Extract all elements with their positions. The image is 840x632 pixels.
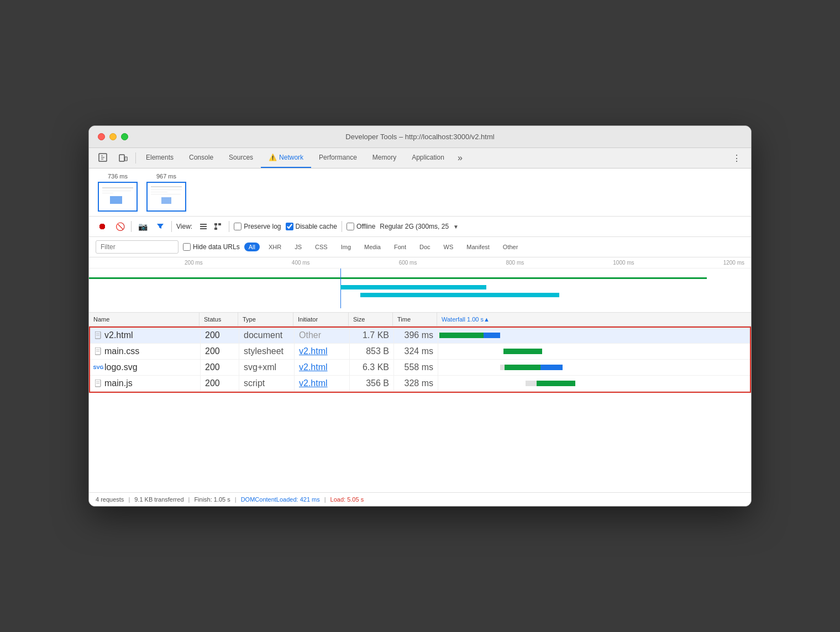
table-row[interactable]: main.css 200 stylesheet v2.html 853 B 32… [90,344,750,360]
timeline-tracks [89,268,751,308]
td-name-0: v2.html [90,328,201,343]
file-icon-svg: SVG [95,364,102,371]
wf-blue-2 [540,365,563,370]
filter-font-button[interactable]: Font [390,243,411,251]
th-size[interactable]: Size [349,313,393,326]
filmstrip-thumb-1[interactable] [146,182,186,212]
filter-button[interactable] [154,220,167,233]
timeline-label-6: 1200 ms [723,260,744,266]
preserve-log-checkbox[interactable] [234,223,242,230]
timeline-label-3: 600 ms [399,260,417,266]
timeline-green-bar [89,277,707,279]
td-initiator-1: v2.html [295,344,350,359]
maximize-button[interactable] [121,133,128,140]
filter-xhr-button[interactable]: XHR [264,243,286,251]
td-waterfall-3 [438,376,750,391]
warning-icon: ⚠️ [269,154,277,161]
tree-view-button[interactable] [211,220,224,233]
filter-doc-button[interactable]: Doc [415,243,435,251]
filmstrip-item-1[interactable]: 967 ms [146,173,186,212]
offline-checkbox[interactable] [347,223,354,230]
td-waterfall-2 [438,360,750,375]
initiator-link-1[interactable]: v2.html [299,346,328,356]
disable-cache-checkbox[interactable] [286,223,293,230]
initiator-link-2[interactable]: v2.html [299,362,328,372]
svg-rect-2 [125,157,127,161]
more-tabs-button[interactable]: » [452,149,468,167]
devtools-menu-button[interactable]: ⋮ [727,149,747,168]
th-status[interactable]: Status [200,313,238,326]
tab-application[interactable]: Application [404,148,452,168]
offline-label: Offline [356,223,375,230]
throttle-selector[interactable]: Regular 2G (300ms, 25 [380,223,449,230]
filter-img-button[interactable]: Img [337,243,355,251]
filter-input[interactable] [96,240,179,254]
preserve-log-label: Preserve log [244,223,281,230]
filmstrip-thumb-0[interactable] [98,182,138,212]
filter-media-button[interactable]: Media [360,243,385,251]
td-time-2: 558 ms [394,360,438,375]
table-row[interactable]: v2.html 200 document Other 1.7 KB 396 ms [90,328,750,344]
tab-performance[interactable]: Performance [311,148,365,168]
transferred-size: 9.1 KB transferred [134,496,183,503]
svg-rect-7 [218,223,221,225]
list-view-button[interactable] [197,220,210,233]
th-waterfall[interactable]: Waterfall 1.00 s▲ [437,313,751,326]
th-type[interactable]: Type [238,313,293,326]
hide-data-urls-group: Hide data URLs [183,243,240,251]
td-type-2: svg+xml [239,360,295,375]
clear-button[interactable]: 🚫 [113,220,127,233]
empty-area [89,393,751,492]
table-row[interactable]: main.js 200 script v2.html 356 B 328 ms [90,376,750,392]
wf-gray-3 [526,381,537,386]
filter-other-button[interactable]: Other [498,243,523,251]
th-time[interactable]: Time [393,313,437,326]
initiator-link-3[interactable]: v2.html [299,378,328,388]
file-icon-js [95,380,102,387]
minimize-button[interactable] [109,133,117,140]
window-title: Developer Tools – http://localhost:3000/… [345,133,494,141]
throttle-dropdown-arrow[interactable]: ▼ [453,224,459,230]
td-time-3: 328 ms [394,376,438,391]
timeline-ruler: 200 ms 400 ms 600 ms 800 ms 1000 ms 1200… [89,257,751,268]
tab-console[interactable]: Console [181,148,221,168]
load-time: Load: 5.05 s [330,496,364,503]
timeline-teal-bar-2 [360,293,559,297]
filter-bar: Hide data URLs All XHR JS CSS Img Media … [89,237,751,257]
hide-data-urls-checkbox[interactable] [183,243,191,251]
filter-js-button[interactable]: JS [290,243,306,251]
td-status-3: 200 [201,376,239,391]
th-name[interactable]: Name [89,313,200,326]
inspect-element-icon[interactable] [93,148,113,168]
filmstrip-area: 736 ms 967 ms [89,168,751,217]
filter-css-button[interactable]: CSS [311,243,332,251]
tab-elements[interactable]: Elements [138,148,181,168]
td-status-2: 200 [201,360,239,375]
camera-button[interactable]: 📷 [136,220,149,233]
svg-rect-6 [214,223,217,225]
filmstrip-item-0[interactable]: 736 ms [98,173,138,212]
filter-all-button[interactable]: All [244,243,260,251]
wf-green-2 [505,365,540,370]
disable-cache-label: Disable cache [296,223,337,230]
svg-rect-8 [214,228,217,230]
initiator-text-0: Other [299,330,321,340]
network-rows-highlight: v2.html 200 document Other 1.7 KB 396 ms [89,326,751,393]
filename-3: main.js [104,378,133,388]
tab-network[interactable]: ⚠️ Network [261,148,311,168]
record-button[interactable]: ⏺ [96,220,109,233]
tab-sources[interactable]: Sources [221,148,261,168]
th-initiator[interactable]: Initiator [293,313,349,326]
table-row[interactable]: SVG logo.svg 200 svg+xml v2.html 6.3 KB … [90,360,750,376]
filter-ws-button[interactable]: WS [439,243,458,251]
view-icons [197,220,224,233]
filter-manifest-button[interactable]: Manifest [462,243,494,251]
timeline-label-1: 200 ms [185,260,203,266]
td-size-2: 6.3 KB [350,360,394,375]
timeline-area: 200 ms 400 ms 600 ms 800 ms 1000 ms 1200… [89,257,751,313]
filename-0: v2.html [104,330,133,340]
device-toolbar-icon[interactable] [113,148,133,168]
network-table: Name Status Type Initiator Size Time Wat… [89,313,751,492]
tab-memory[interactable]: Memory [365,148,404,168]
close-button[interactable] [98,133,105,140]
